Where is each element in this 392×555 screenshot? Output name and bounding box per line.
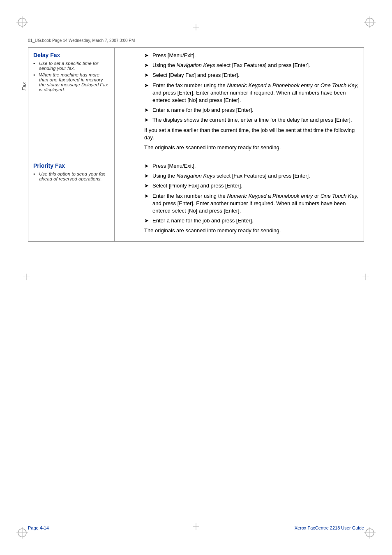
corner-mark-tl [16,16,28,28]
arrow-icon-p1: ➤ [144,162,151,170]
arrow-icon-2: ➤ [144,62,151,69]
arrow-icon-p3: ➤ [144,182,151,190]
priority-fax-title: Priority Fax [33,162,109,169]
arrow-icon-6: ➤ [144,116,151,124]
delay-fax-step-5: ➤ Enter a name for the job and press [En… [144,106,359,114]
footer-left: Page 4-14 [28,525,49,530]
delay-fax-left-col: Delay Fax Use to set a specific time for… [28,48,115,158]
side-label: Fax [21,82,27,90]
delay-fax-step-1: ➤ Press [Menu/Exit]. [144,52,359,59]
corner-mark-tr [364,16,376,28]
corner-mark-bl [16,527,28,539]
delay-fax-para-2: The originals are scanned into memory re… [144,144,359,151]
priority-fax-step-3: ➤ Select [Priority Fax] and press [Enter… [144,182,359,190]
priority-fax-middle-col [115,158,139,242]
arrow-icon-1: ➤ [144,52,151,59]
priority-fax-step-2: ➤ Using the Navigation Keys select [Fax … [144,172,359,180]
delay-fax-middle-col [115,48,139,158]
arrow-icon-3: ➤ [144,72,151,79]
header-bar: 01_UG.book Page 14 Wednesday, March 7, 2… [28,36,364,44]
main-content: Delay Fax Use to set a specific time for… [28,47,364,514]
priority-fax-step-4: ➤ Enter the fax number using the Numeric… [144,192,359,215]
delay-fax-bullet-1: Use to set a specific time for sending y… [33,61,109,71]
footer-bar: Page 4-14 Xerox FaxCentre 2218 User Guid… [28,525,364,530]
header-text: 01_UG.book Page 14 Wednesday, March 7, 2… [28,38,135,43]
delay-fax-para-1: If you set a time earlier than the curre… [144,127,359,141]
delay-fax-title: Delay Fax [33,52,109,58]
main-table: Delay Fax Use to set a specific time for… [28,47,364,242]
delay-fax-step-4: ➤ Enter the fax number using the Numeric… [144,82,359,104]
corner-mark-br [364,527,376,539]
delay-fax-bullet-2: When the machine has more than one fax s… [33,72,109,92]
delay-fax-step-3: ➤ Select [Delay Fax] and press [Enter]. [144,72,359,79]
arrow-icon-4: ➤ [144,82,151,89]
page-container: 01_UG.book Page 14 Wednesday, March 7, 2… [0,0,392,555]
delay-fax-step-2: ➤ Using the Navigation Keys select [Fax … [144,62,359,69]
delay-fax-step-6: ➤ The displays shows the current time, e… [144,116,359,124]
priority-fax-step-1: ➤ Press [Menu/Exit]. [144,162,359,170]
table-row-priority-fax: Priority Fax Use this option to send you… [28,158,364,242]
priority-fax-right-col: ➤ Press [Menu/Exit]. ➤ Using the Navigat… [139,158,364,242]
priority-fax-step-5: ➤ Enter a name for the job and press [En… [144,217,359,224]
footer-right: Xerox FaxCentre 2218 User Guide [295,525,364,530]
reg-mark-top [193,24,199,32]
priority-fax-para-1: The originals are scanned into memory re… [144,227,359,234]
delay-fax-right-col: ➤ Press [Menu/Exit]. ➤ Using the Navigat… [139,48,364,158]
arrow-icon-5: ➤ [144,106,151,114]
table-row-delay-fax: Delay Fax Use to set a specific time for… [28,48,364,158]
arrow-icon-p2: ➤ [144,172,151,180]
arrow-icon-p4: ➤ [144,192,151,200]
priority-fax-bullet-1: Use this option to send your fax ahead o… [33,171,109,181]
priority-fax-left-col: Priority Fax Use this option to send you… [28,158,115,242]
arrow-icon-p5: ➤ [144,217,151,224]
